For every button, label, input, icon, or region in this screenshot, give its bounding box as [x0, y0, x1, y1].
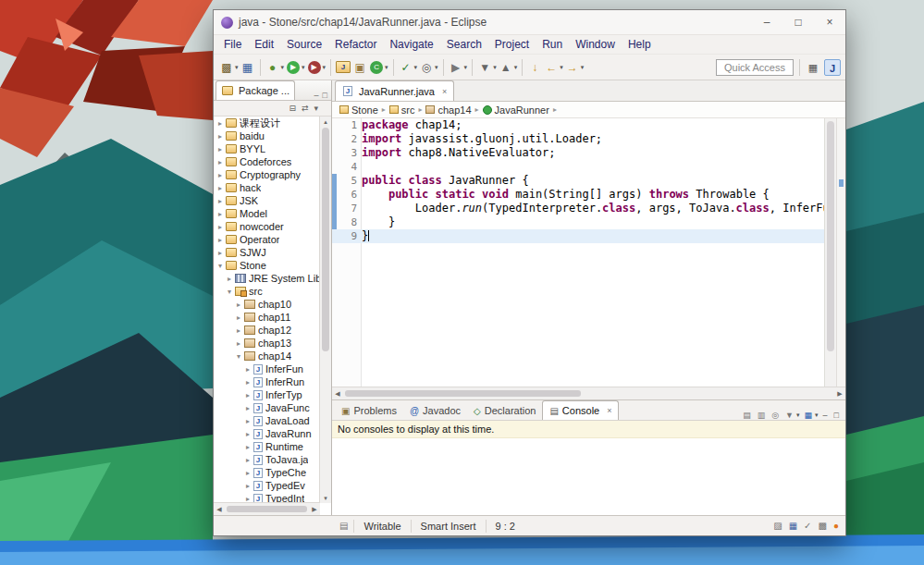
scrollbar-thumb[interactable]	[227, 506, 307, 512]
next-annotation-button[interactable]: ▼▾	[477, 60, 497, 75]
chevron-right-icon[interactable]: ▸	[243, 391, 253, 399]
save-button[interactable]: ▦	[240, 60, 255, 75]
tree-item[interactable]: ▾Stone	[214, 259, 320, 272]
external-tools-button[interactable]: ▶▾	[449, 60, 468, 75]
menu-project[interactable]: Project	[488, 36, 536, 53]
scrollbar-thumb[interactable]	[322, 128, 329, 351]
tree-vertical-scrollbar[interactable]: ▴ ▾	[319, 117, 331, 503]
chevron-right-icon[interactable]: ▸	[234, 339, 243, 348]
tree-item[interactable]: ▸baidu	[214, 129, 320, 142]
maximize-view-icon[interactable]: □	[321, 91, 329, 100]
breadcrumb-item[interactable]: JavaRunner	[483, 104, 549, 116]
tree-item[interactable]: ▸SJWJ	[214, 246, 320, 259]
tree-item[interactable]: ▸JJavaRunn	[214, 427, 320, 440]
menu-run[interactable]: Run	[536, 36, 569, 53]
chevron-right-icon[interactable]: ▸	[216, 210, 225, 218]
tree-item[interactable]: ▾src	[214, 285, 320, 298]
tree-item[interactable]: ▸课程设计	[214, 117, 320, 129]
chevron-right-icon[interactable]: ▸	[243, 404, 253, 412]
scroll-left-icon[interactable]: ◀	[214, 506, 225, 513]
search-button[interactable]: ◎▾	[419, 60, 438, 75]
close-icon[interactable]: ×	[442, 87, 447, 96]
maximize-view-button[interactable]: □	[832, 411, 841, 420]
quick-access-box[interactable]: Quick Access	[716, 59, 794, 76]
breadcrumb-item[interactable]: src	[389, 104, 415, 116]
new-wizard-button[interactable]: ▩▾	[219, 60, 239, 75]
tab-declaration[interactable]: ◇Declaration	[467, 401, 542, 420]
profile-button[interactable]: ▶▾	[307, 61, 326, 74]
chevron-right-icon[interactable]: ▸	[216, 145, 225, 154]
tree-item[interactable]: ▸chap10	[214, 298, 320, 311]
chevron-right-icon[interactable]: ▸	[216, 171, 225, 179]
editor-vertical-scrollbar[interactable]	[824, 118, 836, 387]
scroll-up-icon[interactable]: ▴	[320, 117, 331, 127]
chevron-right-icon[interactable]: ▸	[234, 301, 243, 309]
tree-item[interactable]: ▸JTypedEv	[214, 479, 320, 492]
previous-annotation-button[interactable]: ▲▾	[499, 60, 518, 75]
tree-item[interactable]: ▸chap13	[214, 337, 320, 350]
chevron-right-icon[interactable]: ▸	[216, 158, 225, 166]
menu-help[interactable]: Help	[622, 36, 658, 53]
chevron-right-icon[interactable]: ▸	[243, 365, 253, 374]
java-perspective-icon[interactable]: J	[824, 59, 841, 76]
tree-horizontal-scrollbar[interactable]: ◀ ▶	[214, 502, 320, 515]
tree-item[interactable]: ▸JSK	[214, 194, 320, 207]
tree-item[interactable]: ▾chap14	[214, 350, 320, 362]
tree-item[interactable]: ▸hack	[214, 181, 320, 194]
code-line[interactable]: 2import javassist.gluonj.util.Loader;	[332, 132, 824, 146]
tree-item[interactable]: ▸Model	[214, 207, 320, 220]
chevron-right-icon[interactable]: ▸	[216, 236, 225, 244]
link-with-editor-icon[interactable]: ⇄	[300, 104, 311, 113]
menu-search[interactable]: Search	[440, 36, 488, 53]
tab-package-explorer[interactable]: Package ...	[216, 80, 295, 100]
scroll-right-icon[interactable]: ▶	[309, 506, 320, 513]
chevron-right-icon[interactable]: ▸	[243, 456, 253, 464]
tree-item[interactable]: ▸JJavaLoad	[214, 414, 320, 427]
chevron-right-icon[interactable]: ▸	[225, 275, 234, 283]
debug-button[interactable]: ●▾	[265, 60, 285, 75]
menu-window[interactable]: Window	[569, 36, 622, 53]
tab-problems[interactable]: ▣Problems	[335, 401, 403, 420]
code-line[interactable]: 8 }	[332, 215, 824, 229]
pin-console-button[interactable]: ◎	[770, 411, 781, 420]
chevron-right-icon[interactable]: ▸	[234, 326, 243, 335]
code-line[interactable]: 7 Loader.run(TypedInterpreter.class, arg…	[332, 202, 824, 215]
chevron-down-icon[interactable]: ▾	[216, 262, 225, 270]
chevron-right-icon[interactable]: ▸	[243, 443, 253, 451]
menu-refactor[interactable]: Refactor	[328, 36, 383, 53]
chevron-right-icon[interactable]: ▸	[216, 197, 225, 205]
menu-source[interactable]: Source	[280, 36, 328, 53]
menu-file[interactable]: File	[217, 36, 248, 53]
tab-javarunner[interactable]: J JavaRunner.java ×	[335, 80, 454, 101]
scroll-right-icon[interactable]: ▶	[834, 390, 845, 398]
last-edit-location-button[interactable]: ↓	[527, 60, 542, 75]
new-class-button[interactable]: C▾	[369, 61, 388, 74]
chevron-right-icon[interactable]: ▸	[243, 378, 253, 387]
tree-item[interactable]: ▸chap12	[214, 324, 320, 337]
chevron-right-icon[interactable]: ▸	[243, 417, 253, 425]
view-menu-icon[interactable]: ▾	[312, 104, 320, 113]
scrollbar-thumb[interactable]	[827, 121, 834, 351]
tree-item[interactable]: ▸nowcoder	[214, 220, 320, 233]
minimize-view-button[interactable]: –	[821, 411, 830, 420]
overview-ruler[interactable]	[836, 118, 845, 387]
tree-item[interactable]: ▸Cryptography	[214, 168, 320, 181]
new-package-button[interactable]: ▣	[352, 60, 367, 75]
open-console-button[interactable]: ▦▾	[803, 411, 819, 420]
chevron-down-icon[interactable]: ▾	[225, 288, 234, 296]
chevron-right-icon[interactable]: ▸	[216, 184, 225, 192]
tree-item[interactable]: ▸JInferRun	[214, 375, 320, 388]
tree-item[interactable]: ▸BYYL	[214, 142, 320, 155]
open-perspective-icon[interactable]: ▦	[805, 59, 821, 76]
code-line[interactable]: 3import chap8.NativeEvaluator;	[332, 146, 824, 160]
code-editor[interactable]: 1package chap14;2import javassist.gluonj…	[332, 118, 824, 387]
tree-item[interactable]: ▸Codeforces	[214, 155, 320, 168]
chevron-right-icon[interactable]: ▸	[216, 132, 225, 141]
clear-console-button[interactable]: ▤	[741, 411, 753, 420]
tab-javadoc[interactable]: @Javadoc	[403, 401, 467, 420]
collapse-all-icon[interactable]: ⊟	[287, 104, 298, 113]
tree-item[interactable]: ▸JRuntime	[214, 440, 320, 453]
code-line[interactable]: 6 public static void main(String[] args)…	[332, 188, 824, 202]
editor-horizontal-scrollbar[interactable]: ◀ ▶	[332, 387, 845, 399]
junit-button[interactable]: ✓▾	[399, 60, 418, 75]
